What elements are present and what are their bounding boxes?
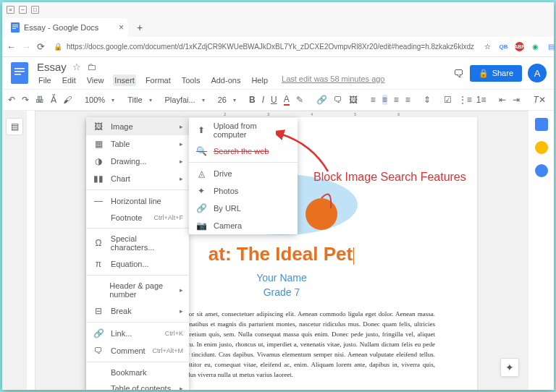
last-edit[interactable]: Last edit was 58 minutes ago xyxy=(282,74,384,86)
undo-icon[interactable]: ↶ xyxy=(8,95,15,105)
avatar[interactable]: A xyxy=(528,64,547,82)
link-icon[interactable]: 🔗 xyxy=(316,95,327,105)
explore-button[interactable]: ✦ xyxy=(500,358,519,377)
comments-icon[interactable]: 🗨 xyxy=(453,67,464,80)
note-extension-icon[interactable]: ▤ xyxy=(547,42,556,51)
drawing-icon: ◑ xyxy=(93,156,104,166)
line-spacing-icon[interactable]: ⇕ xyxy=(424,95,431,105)
insert-hline[interactable]: —Horizontal line xyxy=(86,192,189,210)
insert-break[interactable]: ⊟Break▸ xyxy=(86,302,189,320)
reload-button[interactable]: ⟳ xyxy=(37,41,45,52)
clear-format-icon[interactable]: T✕ xyxy=(533,95,544,105)
bullet-list-icon[interactable]: ⋮≡ xyxy=(458,95,470,105)
svg-rect-6 xyxy=(14,71,25,72)
star-doc-icon[interactable]: ☆ xyxy=(72,61,81,72)
text-color-icon[interactable]: A xyxy=(284,94,290,106)
insert-toc[interactable]: Table of contents▸ xyxy=(86,380,189,390)
insert-chart[interactable]: ▮▮Chart▸ xyxy=(86,170,189,187)
horizontal-ruler: 23456 xyxy=(35,111,528,111)
bold-icon[interactable]: B xyxy=(249,95,256,105)
outline-icon[interactable]: ▤ xyxy=(6,118,23,135)
toolbar: ↶ ↷ 🖶 Ӑ 🖌 100%▾ Title▾ Playfai...▾ 26▾ B… xyxy=(2,89,554,111)
star-icon[interactable]: ☆ xyxy=(483,42,492,51)
align-center-icon[interactable]: ≡ xyxy=(382,95,387,105)
menu-tools[interactable]: Tools xyxy=(180,74,202,86)
omega-icon: Ω xyxy=(93,238,104,248)
image-by-url[interactable]: 🔗By URL xyxy=(189,200,298,217)
size-select[interactable]: 26 xyxy=(218,95,227,104)
menu-edit[interactable]: Edit xyxy=(61,74,77,86)
number-list-icon[interactable]: 1≡ xyxy=(476,95,486,105)
forward-button[interactable]: → xyxy=(22,41,31,52)
insert-drawing[interactable]: ◑Drawing...▸ xyxy=(86,153,189,170)
upload-icon: ⬆ xyxy=(196,125,206,135)
image-icon[interactable]: 🖼 xyxy=(349,95,358,105)
insert-menu-dropdown: 🖼Image▸ ▦Table▸ ◑Drawing...▸ ▮▮Chart▸ —H… xyxy=(86,118,189,390)
insert-image[interactable]: 🖼Image▸ xyxy=(86,118,189,135)
svg-rect-1 xyxy=(12,25,18,25)
align-justify-icon[interactable]: ≡ xyxy=(405,95,410,105)
menu-view[interactable]: View xyxy=(85,74,106,86)
doc-title[interactable]: Essay xyxy=(37,61,67,73)
shield-extension-icon[interactable]: ◉ xyxy=(531,42,540,51)
close-window-icon[interactable]: × xyxy=(7,6,14,14)
tab-strip: Essay - Google Docs × + xyxy=(2,17,554,37)
insert-link[interactable]: 🔗Link...Ctrl+K xyxy=(86,325,189,342)
font-select[interactable]: Playfai... xyxy=(165,95,195,104)
address-bar[interactable]: 🔒 https://docs.google.com/document/d/1xK… xyxy=(51,43,477,51)
highlight-icon[interactable]: ✎ xyxy=(296,95,303,105)
insert-bookmark[interactable]: Bookmark xyxy=(86,365,189,380)
menu-help[interactable]: Help xyxy=(250,74,269,86)
svg-rect-0 xyxy=(11,22,20,33)
checklist-icon[interactable]: ☑ xyxy=(444,95,452,105)
minimize-window-icon[interactable]: − xyxy=(19,6,27,14)
vertical-ruler xyxy=(27,111,35,390)
menu-format[interactable]: Format xyxy=(144,74,172,86)
indent-icon[interactable]: ⇥ xyxy=(513,95,520,105)
maximize-window-icon[interactable]: □ xyxy=(31,6,39,14)
menu-file[interactable]: File xyxy=(37,74,53,86)
image-photos[interactable]: ✦Photos xyxy=(189,182,298,200)
share-button[interactable]: 🔒 Share xyxy=(470,65,522,82)
comment-icon[interactable]: 🗨 xyxy=(334,95,342,105)
align-left-icon[interactable]: ≡ xyxy=(371,95,376,105)
outdent-icon[interactable]: ⇤ xyxy=(499,95,506,105)
style-select[interactable]: Title xyxy=(127,95,142,104)
menu-addons[interactable]: Add-ons xyxy=(209,74,242,86)
back-button[interactable]: ← xyxy=(7,41,16,52)
insert-header-pagenum[interactable]: Header & page number▸ xyxy=(86,278,189,302)
abp-extension-icon[interactable]: ABP xyxy=(515,42,524,51)
os-titlebar: × − □ xyxy=(2,2,554,17)
right-side-panel xyxy=(528,111,554,390)
paint-format-icon[interactable]: 🖌 xyxy=(63,95,72,105)
annotation-arrow xyxy=(276,129,332,173)
redo-icon[interactable]: ↷ xyxy=(22,95,29,105)
new-tab-button[interactable]: + xyxy=(132,20,147,35)
svg-point-9 xyxy=(306,198,337,230)
italic-icon[interactable]: I xyxy=(262,95,264,105)
tasks-addon-icon[interactable] xyxy=(535,164,548,177)
insert-equation[interactable]: πEquation... xyxy=(86,255,189,273)
insert-table[interactable]: ▦Table▸ xyxy=(86,135,189,153)
close-tab-icon[interactable]: × xyxy=(119,22,124,33)
image-camera[interactable]: 📷Camera xyxy=(189,217,298,234)
image-icon: 🖼 xyxy=(93,122,104,132)
chart-icon: ▮▮ xyxy=(93,174,104,184)
insert-special[interactable]: ΩSpecial characters... xyxy=(86,231,189,255)
menu-insert[interactable]: Insert xyxy=(113,74,136,86)
align-right-icon[interactable]: ≡ xyxy=(394,95,399,105)
insert-footnote[interactable]: FootnoteCtrl+Alt+F xyxy=(86,210,189,226)
zoom-select[interactable]: 100% xyxy=(85,95,105,104)
underline-icon[interactable]: U xyxy=(271,95,277,105)
spellcheck-icon[interactable]: Ӑ xyxy=(51,95,56,105)
print-icon[interactable]: 🖶 xyxy=(35,95,44,105)
insert-comment[interactable]: 🗨CommentCtrl+Alt+M xyxy=(86,342,189,359)
browser-tab[interactable]: Essay - Google Docs × xyxy=(5,18,128,37)
qb-extension-icon[interactable]: QB xyxy=(499,42,508,51)
docs-logo-icon[interactable] xyxy=(9,60,30,86)
keep-addon-icon[interactable] xyxy=(535,141,548,154)
calendar-addon-icon[interactable] xyxy=(535,118,548,131)
folder-icon[interactable]: 🗀 xyxy=(87,61,96,72)
lock-share-icon: 🔒 xyxy=(479,69,489,78)
table-icon: ▦ xyxy=(93,139,104,149)
